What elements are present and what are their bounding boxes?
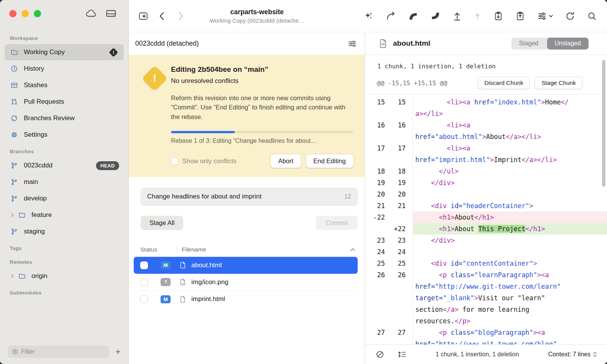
file-row-about-html[interactable]: M about.html: [134, 257, 358, 274]
diff-line[interactable]: 2424: [365, 246, 607, 258]
filter-input[interactable]: [21, 348, 105, 355]
rebase-title: Editing 2b504bee on “main”: [171, 65, 353, 74]
sidebar-item-branch-staging[interactable]: staging: [5, 223, 124, 240]
scrollbar-thumb[interactable]: [602, 60, 605, 187]
code-text: <p class="learnParagraph"><a href="http:…: [413, 269, 607, 327]
sidebar-item-label: Settings: [24, 131, 119, 139]
commit-message-field[interactable]: 12: [141, 188, 358, 206]
diff-footer: 1 chunk, 1 insertion, 1 deletion Context…: [365, 344, 607, 364]
file-row-img-icon-png[interactable]: ? img/icon.png: [134, 274, 358, 291]
diff-line[interactable]: 2323 </div>: [365, 235, 607, 246]
stage-checkbox[interactable]: [140, 295, 148, 303]
commit-button[interactable]: Commit: [316, 216, 358, 230]
abort-button[interactable]: Abort: [271, 154, 300, 168]
push-small-icon[interactable]: [474, 11, 481, 21]
sidebar-item-branch-develop[interactable]: develop: [5, 190, 124, 207]
current-ref-label: 0023cddd (detached): [135, 40, 199, 48]
add-repository-button[interactable]: +: [114, 347, 122, 356]
sidebar-item-branch-0023cddd[interactable]: 0023cddd HEAD: [5, 157, 124, 174]
stash-save-icon[interactable]: [493, 11, 503, 21]
filename-label: imprint.html: [191, 295, 225, 303]
diff-line[interactable]: 1717 <li><a href="imprint.html">Imprint<…: [365, 142, 607, 165]
diff-line[interactable]: 2727 <p class="blogParagraph"><a href="h…: [365, 327, 607, 344]
diff-line[interactable]: 1818 </ul>: [365, 165, 607, 177]
code-text: <div id="headerContainer">: [413, 200, 607, 212]
sidebar-item-folder-feature[interactable]: feature: [5, 207, 124, 223]
status-badge: M: [161, 261, 171, 269]
sidebar-item-working-copy[interactable]: Working Copy !: [5, 44, 124, 60]
rebase-warning-badge-icon: !: [109, 48, 118, 57]
cloud-icon[interactable]: [85, 8, 97, 18]
line-number: 18: [385, 165, 413, 177]
code-text: <div id="contentContainer">: [413, 258, 607, 269]
quick-actions-icon[interactable]: [363, 11, 373, 21]
window-title-block: carparts-website Working Copy (0023cddd …: [199, 8, 315, 24]
diff-line[interactable]: 1919 </div>: [365, 177, 607, 189]
stage-chunk-button[interactable]: Stage Chunk: [535, 77, 582, 89]
stage-checkbox[interactable]: [140, 261, 148, 269]
chevron-right-icon[interactable]: [10, 212, 16, 218]
ignore-whitespace-icon[interactable]: [376, 350, 384, 359]
section-title-submodules: Submodules: [0, 285, 128, 298]
chevron-down-icon[interactable]: [549, 14, 553, 18]
open-working-copy-icon[interactable]: [138, 11, 149, 21]
stage-all-button[interactable]: Stage All: [141, 216, 183, 230]
sidebar-item-branch-main[interactable]: main: [5, 174, 124, 190]
end-editing-button[interactable]: End Editing: [306, 154, 353, 168]
context-lines-control[interactable]: Context: 7 lines: [548, 351, 597, 358]
push-icon[interactable]: [430, 11, 441, 21]
services-sliders-icon[interactable]: [537, 11, 547, 21]
publish-icon[interactable]: [453, 11, 462, 21]
view-options-icon[interactable]: [348, 40, 357, 48]
search-icon[interactable]: [587, 11, 597, 21]
diff-line[interactable]: 2121 <div id="headerContainer">: [365, 200, 607, 212]
rebase-conflict-status: No unresolved conflicts: [171, 77, 353, 85]
back-button-icon[interactable]: [159, 11, 165, 21]
diff-line[interactable]: -22 <h1>About</h1>: [365, 212, 607, 223]
sidebar-item-label: staging: [24, 228, 119, 235]
discard-chunk-button[interactable]: Discard Chunk: [478, 77, 530, 89]
filename-column-header[interactable]: Filename: [175, 246, 206, 253]
sidebar-item-settings[interactable]: Settings: [5, 127, 124, 143]
sidebar-item-label: feature: [32, 211, 119, 219]
drive-icon[interactable]: [105, 8, 117, 18]
unstaged-tab[interactable]: Unstaged: [547, 38, 589, 50]
stash-apply-icon[interactable]: [515, 11, 525, 21]
status-column-header[interactable]: Status: [140, 246, 175, 253]
zoom-button[interactable]: [34, 10, 41, 17]
sidebar-item-remote-origin[interactable]: origin: [5, 268, 124, 284]
fetch-icon[interactable]: [385, 11, 396, 21]
diff-line[interactable]: 1515 <li><a href="index.html">Home</ a><…: [365, 96, 607, 119]
diff-line[interactable]: 2020: [365, 189, 607, 200]
sidebar-item-branches-review[interactable]: Branches Review: [5, 110, 124, 126]
section-title-branches: Branches: [0, 143, 128, 157]
pull-icon[interactable]: [408, 11, 418, 21]
chevron-right-icon[interactable]: [10, 273, 16, 279]
line-number: 20: [385, 189, 413, 200]
line-number: 23: [365, 235, 385, 246]
filter-field[interactable]: [8, 346, 109, 358]
line-spacing-icon[interactable]: [397, 350, 406, 359]
warning-icon: !: [139, 65, 171, 168]
code-text: <p class="blogParagraph"><a href="http:/…: [413, 327, 607, 344]
sidebar-item-history[interactable]: History: [5, 61, 124, 77]
diff-line[interactable]: 2525 <div id="contentContainer">: [365, 258, 607, 269]
stage-checkbox[interactable]: [140, 278, 148, 286]
file-row-imprint-html[interactable]: M imprint.html: [134, 291, 358, 308]
diff-line[interactable]: 1616 <li><a href="about.html">About</a><…: [365, 119, 607, 142]
close-button[interactable]: [9, 10, 17, 17]
sidebar-item-pull-requests[interactable]: Pull Requests: [5, 94, 124, 110]
staged-tab[interactable]: Staged: [511, 38, 546, 50]
minimize-button[interactable]: [22, 10, 29, 17]
show-only-conflicts-checkbox[interactable]: [171, 157, 179, 165]
sidebar-item-stashes[interactable]: Stashes: [5, 77, 124, 93]
commit-message-input[interactable]: [147, 193, 340, 200]
line-number: 20: [365, 189, 385, 200]
sort-chevron-up-icon[interactable]: [350, 248, 358, 251]
diff-line[interactable]: 2626 <p class="learnParagraph"><a href="…: [365, 269, 607, 327]
diff-line[interactable]: +22 <h1>About This Project</h1>: [365, 223, 607, 235]
rebase-description: Reform this revision into one or more ne…: [171, 93, 353, 121]
refresh-icon[interactable]: [565, 11, 575, 21]
forward-button-icon[interactable]: [178, 11, 184, 21]
code-text: <li><a href="index.html">Home</ a></li>: [413, 96, 607, 119]
